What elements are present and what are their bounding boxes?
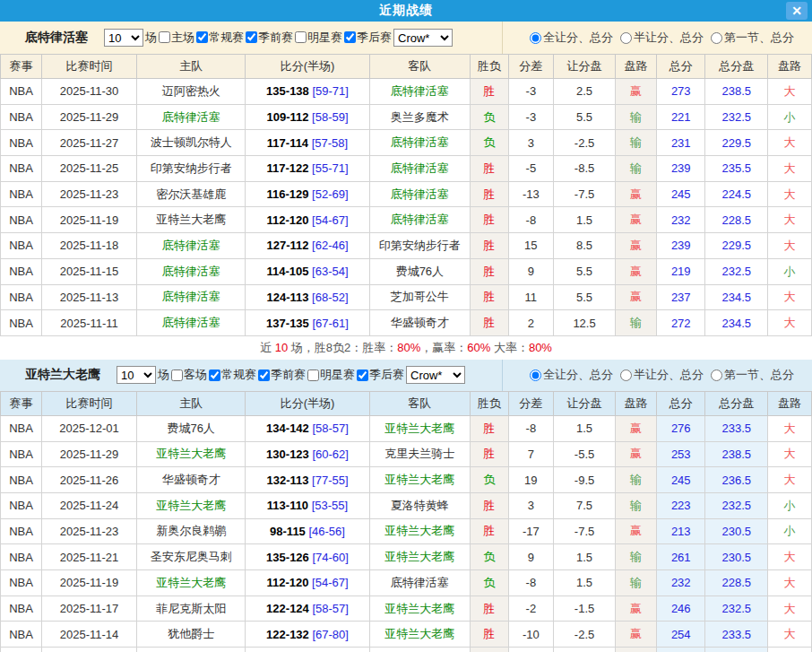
radio-input[interactable] <box>530 32 541 44</box>
column-header: 盘路 <box>768 55 812 79</box>
table-body: NBA2025-12-01费城76人134-142 [58-57]亚特兰大老鹰胜… <box>1 415 812 652</box>
close-button[interactable]: ✕ <box>786 2 808 20</box>
score-fulltime: 109-112 <box>266 110 308 124</box>
checkbox-input[interactable] <box>171 369 183 381</box>
checkbox-label: 常规赛 <box>221 367 256 383</box>
filter-checkbox[interactable]: 客场 <box>169 367 207 383</box>
cell-total: 223 <box>657 492 705 518</box>
stat-mode-radio[interactable]: 第一节、总分 <box>711 367 794 383</box>
filter-checkbox[interactable]: 季后赛 <box>342 30 392 46</box>
team-name: 底特律活塞 <box>25 30 88 46</box>
radio-input[interactable] <box>620 32 632 44</box>
cell-total: 219 <box>657 258 705 284</box>
cell-total: 239 <box>657 156 705 182</box>
bookmaker-select[interactable]: Crow* <box>406 366 465 384</box>
cell-handicap: -8.5 <box>554 156 616 182</box>
column-header: 比分(半场) <box>246 55 369 79</box>
cell-diff: 9 <box>508 258 554 284</box>
checkbox-input[interactable] <box>159 31 170 43</box>
score-halftime: [63-54] <box>308 265 348 278</box>
cell-home-team: 波士顿凯尔特人 <box>137 130 246 156</box>
cell-date: 2025-11-26 <box>42 467 137 493</box>
stat-mode-radio[interactable]: 第一节、总分 <box>711 30 794 46</box>
score-fulltime: 122-124 <box>266 602 309 615</box>
cell-total: 245 <box>657 467 705 493</box>
checkbox-input[interactable] <box>209 369 220 381</box>
filter-checkbox[interactable]: 季后赛 <box>355 367 404 383</box>
radio-input[interactable] <box>530 369 541 381</box>
games-count-select[interactable]: 10 <box>104 29 143 47</box>
checkbox-input[interactable] <box>295 31 307 43</box>
checkbox-input[interactable] <box>246 31 257 43</box>
cell-over-under: 大 <box>768 544 812 570</box>
cell-over-under: 大 <box>768 415 812 441</box>
cell-total-line: 229.5 <box>705 233 768 259</box>
cell-score: 114-105 [63-54] <box>246 258 369 284</box>
cell-home-team: 底特律活塞 <box>137 284 246 310</box>
filter-checkbox[interactable]: 常规赛 <box>194 30 244 46</box>
stat-mode-radio[interactable]: 半让分、总分 <box>620 30 704 46</box>
checkbox-input[interactable] <box>357 369 368 381</box>
checkbox-input[interactable] <box>344 31 356 43</box>
filter-checkbox[interactable]: 明星赛 <box>306 367 355 383</box>
radio-input[interactable] <box>711 369 722 381</box>
checkbox-input[interactable] <box>258 369 270 381</box>
cell-total: 231 <box>657 130 705 156</box>
score-halftime: [58-57] <box>309 602 349 615</box>
cell-over-under: 小 <box>768 648 812 652</box>
score-halftime: [58-57] <box>309 422 349 435</box>
filter-checkbox[interactable]: 主场 <box>157 30 194 46</box>
stat-mode-radio[interactable]: 全让分、总分 <box>530 367 613 383</box>
cell-over-under: 大 <box>768 284 812 310</box>
filter-checkbox[interactable]: 常规赛 <box>207 367 256 383</box>
cell-over-under: 大 <box>768 310 812 336</box>
table-row: NBA2025-11-25印第安纳步行者117-122 [55-71]底特律活塞… <box>1 156 812 182</box>
score-halftime: [46-56] <box>306 525 345 538</box>
cell-date: 2025-11-29 <box>42 104 137 130</box>
cell-score: 132-113 [77-55] <box>246 467 369 493</box>
cell-score: 135-126 [74-60] <box>246 544 369 570</box>
games-count-select[interactable]: 10 <box>117 366 156 384</box>
cell-handicap: -1.5 <box>554 595 616 622</box>
cell-over-under: 大 <box>768 233 812 259</box>
column-header: 总分 <box>657 391 705 415</box>
table-row: NBA2025-11-18底特律活塞127-112 [62-46]印第安纳步行者… <box>1 233 812 259</box>
cell-total-line: 229.5 <box>705 130 768 156</box>
bookmaker-select[interactable]: Crow* <box>393 29 453 47</box>
cell-handicap-result: 赢 <box>615 518 656 544</box>
cell-total: 253 <box>657 441 705 467</box>
cell-away-team: 费城76人 <box>369 258 470 284</box>
games-unit-label: 场 <box>145 30 157 46</box>
score-fulltime: 127-112 <box>266 239 308 252</box>
filter-checkbox[interactable]: 季前赛 <box>256 367 306 383</box>
cell-over-under: 大 <box>768 570 812 596</box>
results-table: 赛事比赛时间主队比分(半场)客队胜负分差让分盘盘路总分总分盘盘路 NBA2025… <box>0 391 812 652</box>
radio-label: 全让分、总分 <box>543 30 613 46</box>
cell-diff: 3 <box>508 492 554 518</box>
cell-score: 98-115 [46-56] <box>246 518 369 544</box>
cell-total-line: 236.5 <box>705 467 768 493</box>
checkbox-input[interactable] <box>196 31 208 43</box>
cell-total: 233 <box>657 648 705 652</box>
cell-diff: 2 <box>508 310 554 336</box>
radio-input[interactable] <box>711 32 722 44</box>
cell-handicap-result: 输 <box>615 130 656 156</box>
cell-score: 127-112 [62-46] <box>246 233 369 259</box>
cell-league: NBA <box>1 207 42 233</box>
radio-input[interactable] <box>620 369 632 381</box>
cell-home-team: 迈阿密热火 <box>137 79 246 105</box>
cell-date: 2025-11-25 <box>42 156 137 182</box>
filter-checkbox[interactable]: 季前赛 <box>244 30 293 46</box>
stat-mode-radio[interactable]: 全让分、总分 <box>530 30 613 46</box>
cell-away-team: 亚特兰大老鹰 <box>369 544 470 570</box>
filter-checkbox[interactable]: 明星赛 <box>293 30 342 46</box>
cell-total-line: 234.5 <box>705 284 768 310</box>
score-fulltime: 114-105 <box>266 265 308 278</box>
stat-mode-radio[interactable]: 半让分、总分 <box>620 367 704 383</box>
summary-value: 80% <box>529 341 552 354</box>
cell-handicap-result: 输 <box>615 544 656 570</box>
checkbox-input[interactable] <box>307 369 319 381</box>
cell-total-line: 224.5 <box>705 181 768 207</box>
cell-date: 2025-11-23 <box>42 518 137 544</box>
checkbox-label: 主场 <box>171 30 194 46</box>
